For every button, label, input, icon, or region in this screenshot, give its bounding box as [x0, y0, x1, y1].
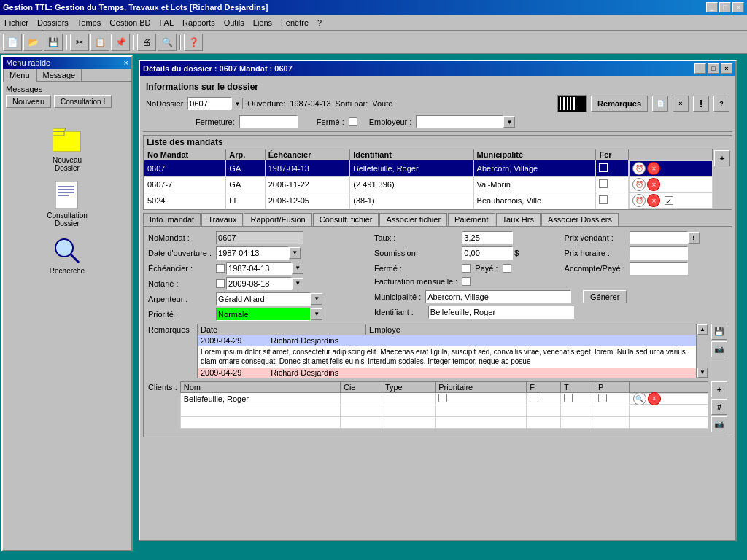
toolbar-copy[interactable]: 📋 [90, 34, 109, 51]
paye-checkbox[interactable] [503, 264, 511, 273]
tab-menu[interactable]: Menu [3, 69, 36, 82]
consultation-btn[interactable]: Consultation I [54, 95, 112, 108]
client-row-1[interactable]: Bellefeuille, Roger [180, 392, 708, 405]
menu-liens[interactable]: Liens [249, 17, 276, 28]
toolbar-new[interactable]: 📄 [3, 34, 22, 51]
mandat-row-3[interactable]: 5024 LL 2008-12-05 (38-1) Beauharnois, V… [144, 192, 713, 209]
employeur-input[interactable] [416, 115, 503, 128]
fermeture-input[interactable] [239, 115, 298, 128]
menu-gestion-bd[interactable]: Gestion BD [105, 17, 155, 28]
action-btn4[interactable]: ? [713, 96, 729, 112]
nouveau-btn[interactable]: Nouveau [6, 95, 51, 108]
prix-vendant-input[interactable] [630, 231, 688, 244]
win-minimize-btn[interactable]: _ [694, 63, 706, 74]
add-mandat-btn[interactable]: + [714, 150, 730, 166]
echeancier-input[interactable] [226, 262, 292, 275]
menu-help[interactable]: ? [313, 17, 326, 28]
tab-message[interactable]: Message [36, 69, 82, 81]
client-delete-1[interactable]: × [648, 392, 661, 405]
acompte-input[interactable] [630, 262, 688, 275]
win-maximize-btn[interactable]: □ [708, 63, 719, 74]
toolbar-paste[interactable]: 📌 [111, 34, 130, 51]
clock-btn-3[interactable]: ⏰ [632, 194, 646, 207]
scroll-down-btn[interactable]: ▼ [697, 368, 708, 378]
tab-rapport-fusion[interactable]: Rapport/Fusion [244, 213, 311, 226]
remarque-save-btn[interactable]: 💾 [711, 324, 727, 340]
toolbar-help[interactable]: ❓ [184, 34, 203, 51]
notarie-dropdown[interactable]: ▼ [292, 278, 303, 289]
remarque-row-1[interactable]: 2009-04-29 Richard Desjardins [198, 335, 696, 346]
tab-consult-fichier[interactable]: Consult. fichier [313, 213, 379, 226]
delete-btn-3[interactable]: × [647, 194, 660, 207]
date-ouverture-input[interactable] [216, 246, 289, 260]
mandat-row-2[interactable]: 0607-7 GA 2006-11-22 (2 491 396) Val-Mor… [144, 176, 713, 192]
mandat-check-3[interactable]: ✓ [665, 196, 673, 205]
date-ouverture-dropdown[interactable]: ▼ [289, 247, 301, 259]
client-clock-1[interactable]: 🔍 [633, 392, 646, 405]
maximize-btn[interactable]: □ [719, 2, 731, 12]
scroll-up-btn[interactable]: ▲ [697, 324, 708, 335]
action-btn3[interactable]: ! [693, 96, 709, 112]
close-btn[interactable]: × [732, 2, 744, 12]
toolbar-cut[interactable]: ✂ [70, 34, 89, 51]
toolbar-save[interactable]: 💾 [44, 34, 63, 51]
no-dossier-input[interactable] [187, 97, 231, 110]
echeancier-dropdown[interactable]: ▼ [292, 262, 303, 274]
toolbar-search[interactable]: 🔍 [158, 34, 177, 51]
client-camera-btn[interactable]: 📷 [711, 416, 727, 432]
clock-btn-1[interactable]: ⏰ [632, 162, 646, 175]
menu-dossiers[interactable]: Dossiers [33, 17, 73, 28]
remarque-row-2[interactable]: 2009-04-29 Richard Desjardins [198, 368, 696, 378]
toolbar-print[interactable]: 🖨 [137, 34, 156, 51]
tab-info-mandat[interactable]: Info. mandat [143, 213, 201, 226]
no-dossier-dropdown[interactable]: ▼ [231, 98, 243, 109]
taux-input[interactable] [462, 231, 513, 244]
remarque-camera-btn[interactable]: 📷 [711, 341, 727, 357]
icon-consultation-dossier[interactable]: Consultation Dossier [42, 181, 93, 228]
delete-btn-1[interactable]: × [647, 162, 660, 175]
notarie-input[interactable] [226, 277, 292, 290]
menu-fenetre[interactable]: Fenêtre [276, 17, 313, 28]
arpenteur-input[interactable] [216, 292, 311, 306]
priorite-input[interactable] [216, 308, 311, 321]
menu-outils[interactable]: Outils [220, 17, 249, 28]
echeancier-checkbox[interactable] [216, 264, 225, 273]
delete-btn-2[interactable]: × [647, 178, 660, 191]
menu-temps[interactable]: Temps [73, 17, 105, 28]
no-mandat-form-input[interactable] [216, 231, 303, 244]
toolbar-open[interactable]: 📂 [23, 34, 42, 51]
ferme-checkbox-top[interactable] [349, 117, 357, 126]
prix-horaire-input[interactable] [630, 246, 688, 260]
municipalite-input[interactable] [425, 290, 571, 303]
action-btn2[interactable]: × [673, 96, 689, 112]
menu-fal[interactable]: FAL [155, 17, 178, 28]
arpenteur-dropdown[interactable]: ▼ [311, 293, 322, 305]
tab-paiement[interactable]: Paiement [448, 213, 495, 226]
priorite-dropdown[interactable]: ▼ [311, 308, 322, 320]
quick-menu-close-btn[interactable]: × [124, 58, 128, 67]
win-close-btn[interactable]: × [721, 63, 732, 74]
identifiant-input[interactable] [428, 306, 574, 319]
facturation-checkbox[interactable] [462, 277, 471, 286]
tab-taux-hrs[interactable]: Taux Hrs [496, 213, 541, 226]
prix-vendant-action[interactable]: ! [688, 232, 700, 244]
clock-btn-2[interactable]: ⏰ [632, 178, 646, 191]
employeur-dropdown[interactable]: ▼ [503, 116, 515, 128]
menu-fichier[interactable]: Fichier [0, 17, 33, 28]
tab-travaux[interactable]: Travaux [201, 213, 243, 226]
soumission-input[interactable] [462, 246, 513, 260]
notarie-checkbox[interactable] [216, 279, 225, 288]
tab-associer-fichier[interactable]: Associer fichier [379, 213, 447, 226]
tab-associer-dossiers[interactable]: Associer Dossiers [541, 213, 619, 226]
add-client-btn[interactable]: + [711, 381, 727, 397]
icon-nouveau-dossier[interactable]: Nouveau Dossier [42, 125, 93, 172]
remarques-scrollbar[interactable]: ▲ ▼ [697, 324, 708, 378]
icon-recherche[interactable]: Recherche [42, 236, 93, 275]
menu-rapports[interactable]: Rapports [178, 17, 220, 28]
generer-btn[interactable]: Générer [583, 290, 627, 303]
mandat-row-1[interactable]: 0607 GA 1987-04-13 Bellefeuille, Roger A… [144, 160, 713, 177]
remarques-button[interactable]: Remarques [591, 96, 648, 112]
action-btn1[interactable]: 📄 [652, 96, 668, 112]
minimize-btn[interactable]: _ [706, 2, 718, 12]
ferme-form-checkbox[interactable] [462, 264, 471, 273]
